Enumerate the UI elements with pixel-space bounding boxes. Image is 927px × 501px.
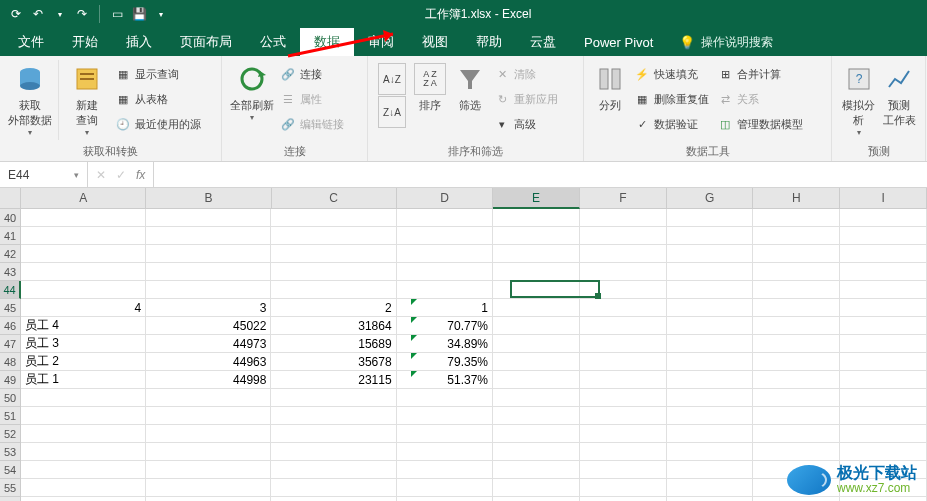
- flash-fill-button[interactable]: ⚡快速填充: [634, 63, 709, 85]
- cell[interactable]: [397, 479, 493, 497]
- cell[interactable]: 3: [146, 299, 271, 317]
- cell[interactable]: [21, 407, 146, 425]
- cell[interactable]: [840, 227, 927, 245]
- cell[interactable]: [493, 389, 580, 407]
- cell[interactable]: [397, 497, 493, 501]
- cell[interactable]: [580, 443, 667, 461]
- tab-page-layout[interactable]: 页面布局: [166, 28, 246, 56]
- data-validation-button[interactable]: ✓数据验证: [634, 113, 709, 135]
- consolidate-button[interactable]: ⊞合并计算: [717, 63, 803, 85]
- cell[interactable]: [493, 353, 580, 371]
- properties-button[interactable]: ☰属性: [280, 88, 344, 110]
- cell[interactable]: [667, 371, 754, 389]
- cell[interactable]: 员工 1: [21, 371, 146, 389]
- cell[interactable]: [146, 407, 271, 425]
- column-header[interactable]: D: [397, 188, 493, 209]
- show-queries-button[interactable]: ▦显示查询: [115, 63, 201, 85]
- row-header[interactable]: 46: [0, 317, 21, 335]
- cell[interactable]: [667, 245, 754, 263]
- cell[interactable]: [493, 299, 580, 317]
- row-header[interactable]: 45: [0, 299, 21, 317]
- redo-icon[interactable]: ↷: [74, 6, 90, 22]
- cell[interactable]: [667, 353, 754, 371]
- cell[interactable]: [667, 497, 754, 501]
- cell[interactable]: [146, 425, 271, 443]
- cell[interactable]: [493, 227, 580, 245]
- cell[interactable]: [753, 245, 840, 263]
- cell[interactable]: [753, 263, 840, 281]
- connections-button[interactable]: 🔗连接: [280, 63, 344, 85]
- cell[interactable]: 员工 2: [21, 353, 146, 371]
- cell[interactable]: [580, 281, 667, 299]
- cell[interactable]: [667, 443, 754, 461]
- cell[interactable]: [493, 281, 580, 299]
- cell[interactable]: [580, 335, 667, 353]
- cell[interactable]: [493, 443, 580, 461]
- cell[interactable]: [580, 461, 667, 479]
- tab-insert[interactable]: 插入: [112, 28, 166, 56]
- cell[interactable]: [580, 263, 667, 281]
- tab-help[interactable]: 帮助: [462, 28, 516, 56]
- cell[interactable]: [21, 263, 146, 281]
- save-icon[interactable]: 💾: [131, 6, 147, 22]
- clear-button[interactable]: ✕清除: [494, 63, 558, 85]
- cell[interactable]: [397, 245, 493, 263]
- cell[interactable]: [271, 479, 396, 497]
- sort-desc-button[interactable]: Z↓A: [378, 96, 406, 128]
- chevron-down-icon[interactable]: ▾: [153, 6, 169, 22]
- cell[interactable]: [667, 281, 754, 299]
- cell[interactable]: [493, 497, 580, 501]
- text-to-columns-button[interactable]: 分列: [590, 60, 630, 140]
- cell[interactable]: 44973: [146, 335, 271, 353]
- row-header[interactable]: 51: [0, 407, 21, 425]
- advanced-button[interactable]: ▾高级: [494, 113, 558, 135]
- cell[interactable]: [753, 443, 840, 461]
- formula-input[interactable]: [154, 162, 927, 187]
- cell[interactable]: [580, 353, 667, 371]
- cell[interactable]: [271, 497, 396, 501]
- cell[interactable]: [580, 209, 667, 227]
- cell[interactable]: [146, 263, 271, 281]
- cell[interactable]: [146, 443, 271, 461]
- column-header[interactable]: C: [272, 188, 397, 209]
- cell[interactable]: [21, 425, 146, 443]
- cell[interactable]: [753, 371, 840, 389]
- cell[interactable]: [580, 407, 667, 425]
- cell[interactable]: [21, 389, 146, 407]
- cell[interactable]: [667, 227, 754, 245]
- cell[interactable]: [753, 335, 840, 353]
- remove-duplicates-button[interactable]: ▦删除重复值: [634, 88, 709, 110]
- spreadsheet-grid[interactable]: ABCDEFGHI4041424344454647484950515253545…: [0, 188, 927, 501]
- row-header[interactable]: 50: [0, 389, 21, 407]
- edit-links-button[interactable]: 🔗编辑链接: [280, 113, 344, 135]
- reapply-button[interactable]: ↻重新应用: [494, 88, 558, 110]
- cell[interactable]: [493, 245, 580, 263]
- cell[interactable]: [271, 425, 396, 443]
- sort-button[interactable]: A ZZ A 排序: [410, 60, 450, 140]
- row-header[interactable]: 42: [0, 245, 21, 263]
- cell[interactable]: [840, 497, 927, 501]
- cell[interactable]: [753, 497, 840, 501]
- cell[interactable]: 员工 3: [21, 335, 146, 353]
- tab-file[interactable]: 文件: [4, 28, 58, 56]
- row-header[interactable]: 47: [0, 335, 21, 353]
- cancel-icon[interactable]: ✕: [96, 168, 106, 182]
- cell[interactable]: [580, 497, 667, 501]
- cell[interactable]: [667, 299, 754, 317]
- cell[interactable]: [493, 407, 580, 425]
- cell[interactable]: [753, 281, 840, 299]
- cell[interactable]: [493, 317, 580, 335]
- cell[interactable]: [21, 209, 146, 227]
- cell[interactable]: [580, 479, 667, 497]
- cell[interactable]: [493, 263, 580, 281]
- column-header[interactable]: G: [667, 188, 754, 209]
- row-header[interactable]: 44: [0, 281, 21, 299]
- tab-home[interactable]: 开始: [58, 28, 112, 56]
- enter-icon[interactable]: ✓: [116, 168, 126, 182]
- cell[interactable]: [753, 227, 840, 245]
- cell[interactable]: [667, 317, 754, 335]
- cell[interactable]: [493, 425, 580, 443]
- cell[interactable]: [397, 425, 493, 443]
- cell[interactable]: 31864: [271, 317, 396, 335]
- cell[interactable]: [667, 389, 754, 407]
